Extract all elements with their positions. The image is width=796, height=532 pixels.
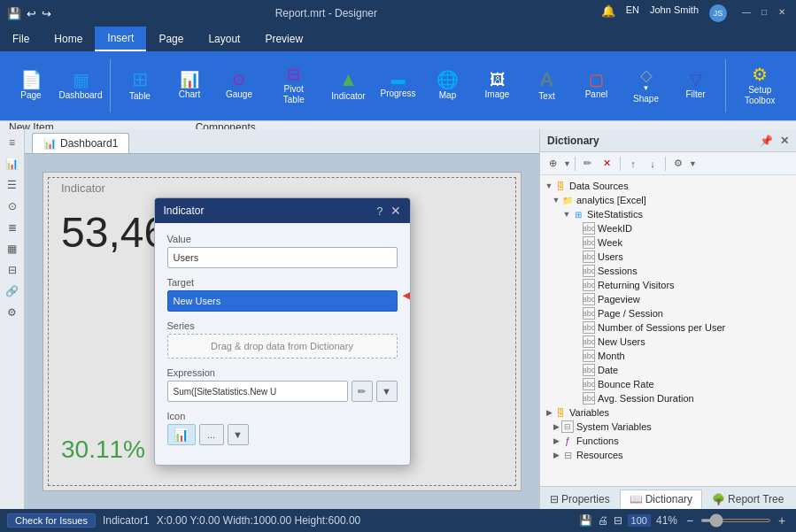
ribbon-btn-page[interactable]: 📄 Page <box>7 55 55 117</box>
menu-layout[interactable]: Layout <box>196 27 252 51</box>
undo-icon[interactable]: ↩ <box>27 7 36 20</box>
menu-file[interactable]: File <box>0 27 42 51</box>
tree-field-week[interactable]: ▸ abc Week <box>540 235 796 250</box>
left-icon-gauge[interactable]: ⊙ <box>3 197 22 216</box>
tree-field-month[interactable]: ▸ abc Month <box>540 349 796 363</box>
modal-close-btn[interactable]: ✕ <box>390 204 401 218</box>
left-icon-grid2[interactable]: ▦ <box>3 239 22 258</box>
redo-icon[interactable]: ↪ <box>42 7 51 20</box>
zoom-slider[interactable] <box>700 519 771 522</box>
tree-functions[interactable]: ▶ ƒ Functions <box>540 434 796 448</box>
dict-delete-btn[interactable]: ✕ <box>599 155 616 173</box>
modal-expression-dropdown-btn[interactable]: ▼ <box>376 381 398 402</box>
modal-series-dropzone[interactable]: Drag & drop data from Dictionary <box>167 334 398 359</box>
tree-variables[interactable]: ▶ 🗄 Variables <box>540 405 796 420</box>
tree-field-avg-session[interactable]: ▸ abc Avg. Session Duration <box>540 391 796 405</box>
modal-help-btn[interactable]: ? <box>376 204 383 218</box>
left-icon-list[interactable]: ☰ <box>3 175 22 195</box>
rpanel-tab-properties[interactable]: ⊟ Properties <box>540 490 620 509</box>
tree-field-date[interactable]: ▸ abc Date <box>540 363 796 377</box>
tree-field-bounce-rate[interactable]: ▸ abc Bounce Rate <box>540 377 796 391</box>
menu-page[interactable]: Page <box>146 27 196 51</box>
sysvar-expand[interactable]: ▶ <box>551 421 561 432</box>
modal-icon-browse-btn[interactable]: ... <box>199 424 224 445</box>
site-statistics-expand[interactable]: ▼ <box>561 209 572 220</box>
modal-icon-dropdown-btn[interactable]: ▼ <box>228 424 249 445</box>
left-icon-link[interactable]: 🔗 <box>3 281 22 301</box>
tree-field-pageview[interactable]: ▸ abc Pageview <box>540 292 796 306</box>
rpanel-tab-report-tree[interactable]: 🌳 Report Tree <box>702 490 793 509</box>
data-sources-expand[interactable]: ▼ <box>544 181 554 191</box>
ribbon-btn-dashboard[interactable]: ▦ Dashboard <box>57 55 104 117</box>
tree-field-users[interactable]: ▸ abc Users <box>540 250 796 264</box>
tree-system-variables[interactable]: ▶ ⊟ System Variables <box>540 420 796 434</box>
ribbon-btn-gauge[interactable]: ⊙ Gauge <box>215 55 263 117</box>
user-avatar[interactable]: JS <box>709 4 727 22</box>
dictionary-close-btn[interactable]: ✕ <box>780 135 789 147</box>
left-icon-settings[interactable]: ⚙ <box>3 303 22 322</box>
zoom-in-btn[interactable]: + <box>775 513 789 528</box>
titlebar: 💾 ↩ ↪ Report.mrt - Designer 🔔 EN John Sm… <box>0 0 796 27</box>
modal-header: Indicator ? ✕ <box>155 198 410 223</box>
ribbon-btn-pivot[interactable]: ⊟ Pivot Table <box>265 55 323 117</box>
tree-site-statistics[interactable]: ▼ ⊞ SiteStatistics <box>540 207 796 221</box>
maximize-btn[interactable]: □ <box>757 4 771 19</box>
tree-field-new-users[interactable]: ▸ abc New Users <box>540 335 796 349</box>
ribbon-btn-shape[interactable]: ◇ ▼ Shape <box>622 55 670 117</box>
close-btn[interactable]: ✕ <box>775 4 789 19</box>
dict-edit-btn[interactable]: ✏ <box>579 155 597 173</box>
ribbon-btn-filter[interactable]: ▽ Filter <box>672 55 720 117</box>
check-issues-btn[interactable]: Check for Issues <box>7 513 96 528</box>
statusbar-save-icon[interactable]: 💾 <box>579 514 592 527</box>
resources-expand[interactable]: ▶ <box>551 450 561 460</box>
ribbon-btn-setup-toolbox[interactable]: ⚙ Setup Toolbox <box>730 55 789 117</box>
zoom-out-btn[interactable]: − <box>683 513 697 528</box>
rpanel-tab-dictionary[interactable]: 📖 Dictionary <box>620 490 702 509</box>
tree-analytics[interactable]: ▼ 📁 analytics [Excel] <box>540 193 796 207</box>
dict-down-btn[interactable]: ↓ <box>644 155 661 173</box>
left-icon-table[interactable]: ≣ <box>3 218 22 237</box>
modal-value-input[interactable] <box>167 247 398 268</box>
functions-expand[interactable]: ▶ <box>551 436 561 446</box>
tree-data-sources[interactable]: ▼ 🗄 Data Sources <box>540 179 796 193</box>
dictionary-pin-btn[interactable]: 📌 <box>760 135 773 147</box>
statusbar-print-icon[interactable]: 🖨 <box>598 514 608 527</box>
left-icon-grid[interactable]: ≡ <box>3 133 22 152</box>
tree-field-num-sessions-per-user[interactable]: ▸ abc Number of Sessions per User <box>540 320 796 335</box>
left-icon-chart[interactable]: 📊 <box>3 154 22 173</box>
tree-field-sessions[interactable]: ▸ abc Sessions <box>540 264 796 278</box>
ribbon-btn-text[interactable]: A Text <box>523 55 571 117</box>
analytics-expand[interactable]: ▼ <box>551 195 561 205</box>
modal-target-input[interactable] <box>167 290 398 312</box>
variables-expand[interactable]: ▶ <box>544 407 554 418</box>
panel-label: Panel <box>585 89 608 100</box>
canvas-inner[interactable]: Indicator 53,46 30.11% Indicator ? ✕ <box>43 172 522 491</box>
menu-preview[interactable]: Preview <box>252 27 315 51</box>
modal-expression-edit-btn[interactable]: ✏ <box>352 381 373 402</box>
menu-insert[interactable]: Insert <box>95 27 146 51</box>
notification-icon[interactable]: 🔔 <box>601 4 615 22</box>
ribbon-btn-progress[interactable]: ▬ Progress <box>375 55 422 117</box>
dict-settings-btn[interactable]: ⚙ <box>669 155 687 173</box>
ribbon-btn-image[interactable]: 🖼 Image <box>474 55 522 117</box>
modal-expression-input[interactable] <box>167 381 348 402</box>
left-icon-pivot[interactable]: ⊟ <box>3 260 22 280</box>
returning-visitors-label: Returning Visitors <box>598 280 675 290</box>
tree-field-weekid[interactable]: ▸ abc WeekID <box>540 221 796 235</box>
statusbar-page-icon[interactable]: ⊟ <box>614 514 622 527</box>
dict-up-btn[interactable]: ↑ <box>624 155 642 173</box>
menu-home[interactable]: Home <box>42 27 95 51</box>
minimize-btn[interactable]: — <box>739 4 753 19</box>
ribbon-btn-indicator[interactable]: ▲ Indicator <box>325 55 373 117</box>
ribbon-btn-table[interactable]: ⊞ Table <box>116 55 164 117</box>
ribbon-btn-panel[interactable]: ▢ Panel <box>573 55 621 117</box>
ribbon-btn-chart[interactable]: 📊 Chart <box>166 55 213 117</box>
canvas-tab-dashboard1[interactable]: 📊 Dashboard1 <box>32 133 129 153</box>
language-selector[interactable]: EN <box>626 4 639 22</box>
ribbon-btn-map[interactable]: 🌐 Map <box>424 55 472 117</box>
save-icon[interactable]: 💾 <box>7 7 21 20</box>
tree-field-returning-visitors[interactable]: ▸ abc Returning Visitors <box>540 278 796 292</box>
tree-field-page-session[interactable]: ▸ abc Page / Session <box>540 306 796 320</box>
tree-resources[interactable]: ▶ ⊟ Resources <box>540 448 796 462</box>
dict-add-btn[interactable]: ⊕ <box>544 155 561 173</box>
